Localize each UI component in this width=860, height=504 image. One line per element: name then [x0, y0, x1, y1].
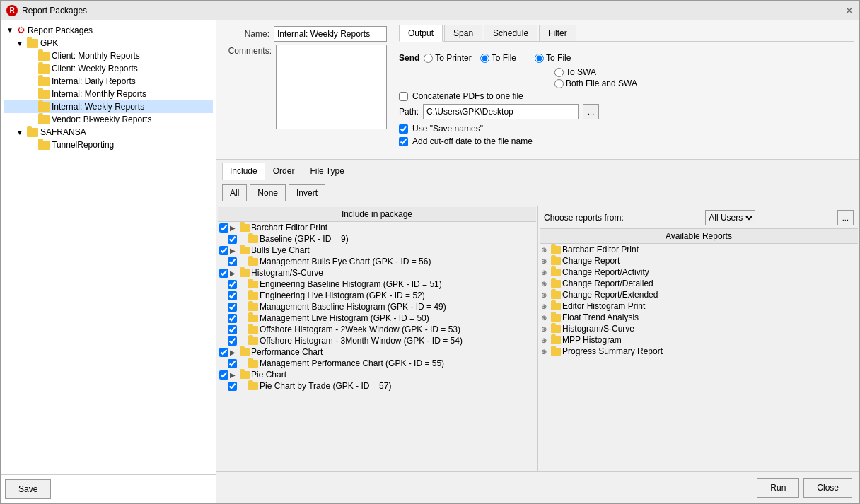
concat-checkbox[interactable] — [399, 92, 408, 101]
to-file2-option[interactable]: To File — [535, 53, 571, 63]
cb-performance-chart[interactable] — [219, 348, 228, 357]
tree-toggle-safransa[interactable]: ▼ — [15, 127, 25, 137]
close-icon[interactable]: ✕ — [845, 5, 854, 16]
both-option[interactable]: Both File and SWA — [554, 78, 637, 88]
tree-item-safransa[interactable]: ▼ SAFRANSA — [4, 126, 213, 139]
list-item-histogram[interactable]: ▶ Histogram/S-Curve — [218, 267, 536, 279]
tree-item-vendor-biweekly[interactable]: ▶ Vendor: Bi-weekly Reports — [4, 113, 213, 126]
tab-order[interactable]: Order — [265, 163, 303, 180]
to-file2-radio[interactable] — [535, 54, 544, 63]
tree-item-client-monthly[interactable]: ▶ Client: Monthly Reports — [4, 49, 213, 62]
cb-pie-by-trade[interactable] — [228, 382, 237, 391]
tree-item-root[interactable]: ▼ ⚙ Report Packages — [4, 23, 213, 37]
to-file-radio[interactable] — [480, 54, 489, 63]
expand-histogram[interactable]: ▶ — [230, 269, 238, 277]
tree-item-internal-monthly[interactable]: ▶ Internal: Monthly Reports — [4, 88, 213, 100]
tree-item-tunnel-reporting[interactable]: ▶ TunnelReporting — [4, 139, 213, 151]
run-button[interactable]: Run — [757, 478, 799, 498]
invert-button[interactable]: Invert — [289, 184, 325, 201]
reports-browse-button[interactable]: ... — [837, 210, 854, 225]
to-printer-radio[interactable] — [424, 54, 433, 63]
list-item-barchart-editor[interactable]: ▶ Barchart Editor Print — [218, 222, 536, 233]
list-item-eng-live[interactable]: ▶ Engineering Live Histogram (GPK - ID =… — [218, 290, 536, 301]
save-button[interactable]: Save — [5, 479, 51, 499]
tab-schedule[interactable]: Schedule — [484, 25, 538, 41]
list-item-pie-by-trade[interactable]: ▶ Pie Chart by Trade (GPK - ID = 57) — [218, 380, 536, 392]
tree-toggle-gpk[interactable]: ▼ — [15, 38, 25, 48]
list-item-mgmt-bulls[interactable]: ▶ Management Bulls Eye Chart (GPK - ID =… — [218, 256, 536, 267]
list-item-mgmt-performance[interactable]: ▶ Management Performance Chart (GPK - ID… — [218, 358, 536, 369]
none-button[interactable]: None — [250, 184, 286, 201]
cb-pie-chart[interactable] — [219, 370, 228, 380]
list-item-eng-baseline[interactable]: ▶ Engineering Baseline Histogram (GPK - … — [218, 279, 536, 290]
browse-button[interactable]: ... — [583, 104, 599, 119]
expand-avail-float-trend[interactable]: ⊕ — [541, 314, 550, 322]
to-swa-radio[interactable] — [554, 68, 564, 77]
expand-avail-progress-summary[interactable]: ⊕ — [541, 348, 550, 356]
tab-span[interactable]: Span — [444, 25, 482, 41]
tree-item-internal-weekly[interactable]: ▶ Internal: Weekly Reports — [4, 100, 213, 113]
reports-select[interactable]: All Users — [705, 210, 755, 225]
tree-item-internal-daily[interactable]: ▶ Internal: Daily Reports — [4, 75, 213, 88]
path-input[interactable]: C:\Users\GPK\Desktop — [423, 104, 579, 119]
expand-pie-chart[interactable]: ▶ — [230, 371, 238, 379]
avail-float-trend[interactable]: ⊕ Float Trend Analysis — [540, 312, 858, 323]
cb-mgmt-bulls[interactable] — [228, 257, 237, 266]
cb-histogram[interactable] — [219, 269, 228, 278]
expand-performance-chart[interactable]: ▶ — [230, 348, 238, 356]
use-save-names-checkbox[interactable] — [399, 124, 408, 134]
cb-mgmt-performance[interactable] — [228, 359, 237, 368]
cb-offshore-3month[interactable] — [228, 336, 237, 346]
expand-avail-mpp-histogram[interactable]: ⊕ — [541, 336, 550, 344]
close-button[interactable]: Close — [803, 478, 852, 498]
avail-change-activity[interactable]: ⊕ Change Report/Activity — [540, 266, 858, 278]
expand-bulls-eye[interactable]: ▶ — [230, 247, 238, 254]
both-radio[interactable] — [554, 79, 564, 88]
all-button[interactable]: All — [222, 184, 247, 201]
expand-avail-change-extended[interactable]: ⊕ — [541, 291, 550, 299]
list-item-bulls-eye[interactable]: ▶ Bulls Eye Chart — [218, 245, 536, 256]
cb-eng-baseline[interactable] — [228, 280, 237, 289]
tree-item-client-weekly[interactable]: ▶ Client: Weekly Reports — [4, 62, 213, 75]
list-item-offshore-3month[interactable]: ▶ Offshore Histogram - 3Month Window (GP… — [218, 335, 536, 346]
cb-baseline[interactable] — [228, 235, 237, 244]
cb-offshore-2week[interactable] — [228, 325, 237, 334]
cb-barchart-editor[interactable] — [219, 223, 228, 233]
tree-item-gpk[interactable]: ▼ GPK — [4, 37, 213, 49]
tab-filter[interactable]: Filter — [539, 25, 576, 41]
avail-mpp-histogram[interactable]: ⊕ MPP Histogram — [540, 334, 858, 346]
avail-editor-histogram[interactable]: ⊕ Editor Histogram Print — [540, 300, 858, 312]
name-input[interactable]: Internal: Weekly Reports — [274, 26, 387, 42]
add-cutoff-checkbox[interactable] — [399, 137, 408, 146]
cb-mgmt-live-hist[interactable] — [228, 314, 237, 323]
expand-avail-change-detailed[interactable]: ⊕ — [541, 280, 550, 288]
avail-change-detailed[interactable]: ⊕ Change Report/Detailed — [540, 278, 858, 289]
list-item-mgmt-baseline-hist[interactable]: ▶ Management Baseline Histogram (GPK - I… — [218, 301, 536, 312]
expand-avail-editor-histogram[interactable]: ⊕ — [541, 303, 550, 310]
tab-output[interactable]: Output — [399, 25, 443, 42]
tree-toggle-root[interactable]: ▼ — [5, 25, 15, 35]
list-item-mgmt-live-hist[interactable]: ▶ Management Live Histogram (GPK - ID = … — [218, 312, 536, 324]
avail-change-extended[interactable]: ⊕ Change Report/Extended — [540, 289, 858, 300]
expand-avail-barchart[interactable]: ⊕ — [541, 246, 550, 254]
tab-file-type[interactable]: File Type — [302, 163, 351, 180]
to-printer-option[interactable]: To Printer — [424, 53, 471, 63]
list-item-offshore-2week[interactable]: ▶ Offshore Histogram - 2Week Window (GPK… — [218, 324, 536, 335]
cb-bulls-eye[interactable] — [219, 246, 228, 255]
expand-avail-histogram-scurve[interactable]: ⊕ — [541, 325, 550, 333]
tab-include[interactable]: Include — [222, 163, 265, 180]
avail-barchart[interactable]: ⊕ Barchart Editor Print — [540, 244, 858, 255]
avail-progress-summary[interactable]: ⊕ Progress Summary Report — [540, 346, 858, 357]
cb-mgmt-baseline-hist[interactable] — [228, 303, 237, 312]
expand-avail-change-report[interactable]: ⊕ — [541, 257, 550, 265]
comments-textarea[interactable] — [276, 45, 387, 129]
to-swa-option[interactable]: To SWA — [554, 67, 637, 77]
expand-barchart-editor[interactable]: ▶ — [230, 224, 238, 232]
avail-change-report[interactable]: ⊕ Change Report — [540, 255, 858, 266]
cb-eng-live[interactable] — [228, 291, 237, 300]
avail-histogram-scurve[interactable]: ⊕ Histogram/S-Curve — [540, 323, 858, 334]
expand-avail-change-activity[interactable]: ⊕ — [541, 269, 550, 276]
list-item-performance-chart[interactable]: ▶ Performance Chart — [218, 346, 536, 358]
list-item-baseline[interactable]: ▶ Baseline (GPK - ID = 9) — [218, 233, 536, 245]
list-item-pie-chart[interactable]: ▶ Pie Chart — [218, 369, 536, 380]
